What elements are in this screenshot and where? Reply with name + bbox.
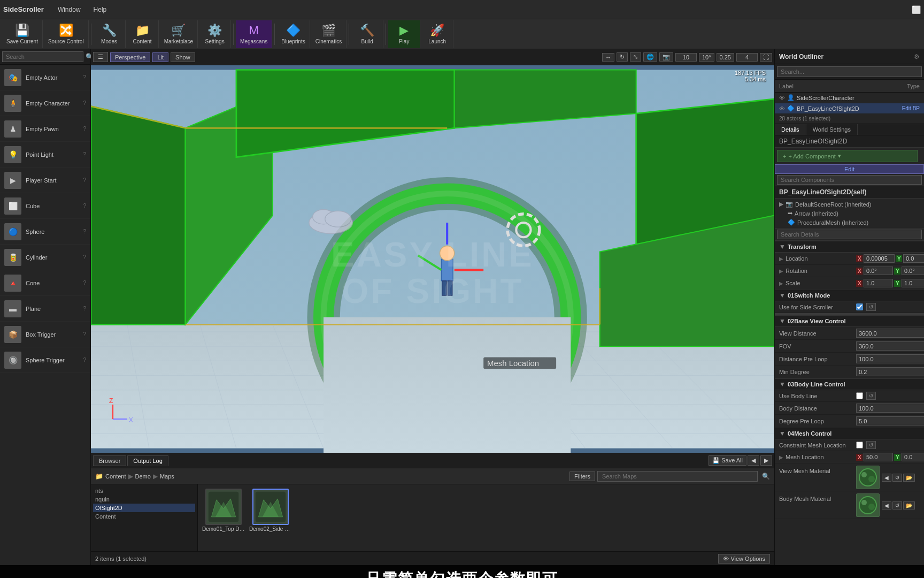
breadcrumb-demo[interactable]: Demo xyxy=(135,473,151,480)
tree-item-nts[interactable]: nts xyxy=(93,486,195,495)
window-menu[interactable]: Window xyxy=(55,5,84,14)
place-item-plane[interactable]: ▬ Plane ? xyxy=(0,296,90,322)
distance-pre-loop-input[interactable] xyxy=(857,355,924,363)
view-mesh-reset-btn[interactable]: ↺ xyxy=(892,474,902,482)
rotation-y-input[interactable] xyxy=(902,267,924,275)
degree-pre-loop-input[interactable] xyxy=(857,417,924,425)
view-options-button[interactable]: 👁 View Options xyxy=(718,554,770,564)
outliner-settings-icon[interactable]: ⚙ xyxy=(914,53,920,60)
comp-default-scene-root[interactable]: ▶ 📷 DefaultSceneRoot (Inherited) xyxy=(777,200,922,209)
marketplace-button[interactable]: 🛒 Marketplace xyxy=(160,20,198,48)
save-current-button[interactable]: 💾 Save Current xyxy=(2,20,43,48)
outliner-item-blueprint[interactable]: 👁 🔷 BP_EasyLineOfSight2D Edit BP xyxy=(775,103,924,114)
viewport-menu-button[interactable]: ☰ xyxy=(93,52,108,62)
switch-mode-section-header[interactable]: ▼ 01Switch Mode xyxy=(775,290,924,301)
tab-world-settings[interactable]: World Settings xyxy=(806,124,858,135)
place-item-empty-character[interactable]: 🧍 Empty Character ? xyxy=(0,90,90,116)
place-item-sphere[interactable]: 🔵 Sphere ? xyxy=(0,219,90,245)
rotation-x-input[interactable] xyxy=(864,267,893,275)
use-body-line-checkbox[interactable] xyxy=(856,392,863,399)
mesh-location-x-input[interactable] xyxy=(864,453,893,461)
outliner-item-character[interactable]: 👁 👤 SideScrollerCharacter xyxy=(775,93,924,103)
constraint-mesh-reset-btn[interactable]: ↺ xyxy=(866,441,876,449)
browser-tab[interactable]: Browser xyxy=(93,455,126,466)
scale-y-input[interactable] xyxy=(902,279,924,287)
build-button[interactable]: 🔨 Build xyxy=(351,20,383,48)
breadcrumb-content[interactable]: Content xyxy=(105,473,126,480)
place-item-cube[interactable]: ⬜ Cube ? xyxy=(0,193,90,219)
nav-back-btn[interactable]: ◀ xyxy=(748,455,759,466)
save-all-btn[interactable]: 💾 Save All xyxy=(709,455,746,466)
place-item-empty-pawn[interactable]: ♟ Empty Pawn ? xyxy=(0,116,90,142)
camera-icon[interactable]: 📷 xyxy=(659,52,673,62)
source-control-button[interactable]: 🔀 Source Control xyxy=(44,20,89,48)
constraint-mesh-location-checkbox[interactable] xyxy=(856,442,863,448)
blueprints-button[interactable]: 🔷 Blueprints xyxy=(277,20,310,48)
body-mesh-open-btn[interactable]: 📂 xyxy=(903,501,915,509)
comp-procedural-mesh[interactable]: 🔷 ProceduralMesh (Inherited) xyxy=(777,218,922,227)
tab-details[interactable]: Details xyxy=(775,124,806,135)
edit-button[interactable]: Edit xyxy=(775,164,924,174)
place-item-cone[interactable]: 🔺 Cone ? xyxy=(0,270,90,296)
mesh-control-section-header[interactable]: ▼ 04Mesh Control xyxy=(775,428,924,439)
breadcrumb-maps[interactable]: Maps xyxy=(160,473,174,480)
viewport[interactable]: Mesh Location EASY LINE OF SIGHT X Z 187… xyxy=(91,65,774,453)
perspective-button[interactable]: Perspective xyxy=(110,52,150,62)
place-item-player-start[interactable]: ▶ Player Start ? xyxy=(0,168,90,193)
megascans-button[interactable]: M Megascans xyxy=(236,20,272,48)
rotate-icon[interactable]: ↻ xyxy=(617,52,628,62)
component-search-input[interactable] xyxy=(777,175,922,185)
use-side-scroller-checkbox[interactable] xyxy=(856,303,863,310)
world-local-icon[interactable]: 🌐 xyxy=(643,52,657,62)
view-mesh-back-btn[interactable]: ◀ xyxy=(882,474,891,482)
min-degree-input[interactable] xyxy=(857,368,924,376)
output-log-tab[interactable]: Output Log xyxy=(127,455,168,466)
place-item-box-trigger[interactable]: 📦 Box Trigger ? xyxy=(0,322,90,347)
body-line-control-section-header[interactable]: ▼ 03Body Line Control xyxy=(775,378,924,390)
scale-x-input[interactable] xyxy=(864,279,893,287)
use-side-scroller-reset-btn[interactable]: ↺ xyxy=(866,303,876,311)
translate-icon[interactable]: ↔ xyxy=(602,53,614,62)
modes-button[interactable]: 🔧 Modes xyxy=(94,20,126,48)
settings-button[interactable]: ⚙️ Settings xyxy=(199,20,231,48)
body-distance-input[interactable] xyxy=(857,405,924,412)
place-item-cylinder[interactable]: 🥫 Cylinder ? xyxy=(0,245,90,270)
body-mesh-reset-btn[interactable]: ↺ xyxy=(892,501,902,509)
snap-scale-btn[interactable]: 0.25 xyxy=(717,53,734,62)
place-item-empty-actor[interactable]: 🎭 Empty Actor ? xyxy=(0,65,90,90)
location-y-input[interactable] xyxy=(903,254,924,263)
location-x-input[interactable] xyxy=(864,254,895,263)
nav-forward-btn[interactable]: ▶ xyxy=(760,455,772,466)
show-button[interactable]: Show xyxy=(171,52,195,62)
snap-angle-dropdown[interactable]: 10° xyxy=(699,53,714,62)
comp-arrow[interactable]: ➡ Arrow (Inherited) xyxy=(777,209,922,218)
search-details-input[interactable] xyxy=(777,230,922,239)
cinematics-button[interactable]: 🎬 Cinematics xyxy=(311,20,346,48)
scale-icon[interactable]: ⤡ xyxy=(630,52,641,62)
place-search-input[interactable] xyxy=(2,51,83,62)
tree-item-OfSight2D[interactable]: OfSight2D xyxy=(93,504,195,512)
outliner-search-input[interactable] xyxy=(777,66,922,77)
search-maps-input[interactable] xyxy=(597,471,758,482)
view-mesh-open-btn[interactable]: 📂 xyxy=(903,474,915,482)
place-item-sphere-trigger[interactable]: 🔘 Sphere Trigger ? xyxy=(0,347,90,373)
use-body-line-reset-btn[interactable]: ↺ xyxy=(866,392,876,400)
base-view-control-section-header[interactable]: ▼ 02Base View Control xyxy=(775,315,924,327)
asset-item-0[interactable]: Demo01_Top Down xyxy=(202,489,245,532)
fov-input[interactable] xyxy=(857,343,924,350)
transform-section-header[interactable]: ▼ Transform xyxy=(775,241,924,253)
lit-button[interactable]: Lit xyxy=(152,52,168,62)
tree-item-nquin[interactable]: nquin xyxy=(93,495,195,504)
mesh-location-y-input[interactable] xyxy=(902,453,924,461)
launch-button[interactable]: 🚀 Launch xyxy=(421,20,453,48)
filters-button[interactable]: Filters xyxy=(569,471,595,481)
place-item-point-light[interactable]: 💡 Point Light ? xyxy=(0,142,90,168)
fullscreen-btn[interactable]: ⛶ xyxy=(760,53,772,62)
asset-item-1[interactable]: Demo02_Side Scroller xyxy=(249,489,292,532)
help-menu[interactable]: Help xyxy=(90,5,110,14)
body-mesh-back-btn[interactable]: ◀ xyxy=(882,501,891,509)
content-button[interactable]: 📁 Content xyxy=(127,20,159,48)
add-component-button[interactable]: + + Add Component ▾ xyxy=(777,150,918,162)
view-distance-input[interactable] xyxy=(857,330,924,337)
play-button[interactable]: ▶ Play xyxy=(388,20,420,48)
